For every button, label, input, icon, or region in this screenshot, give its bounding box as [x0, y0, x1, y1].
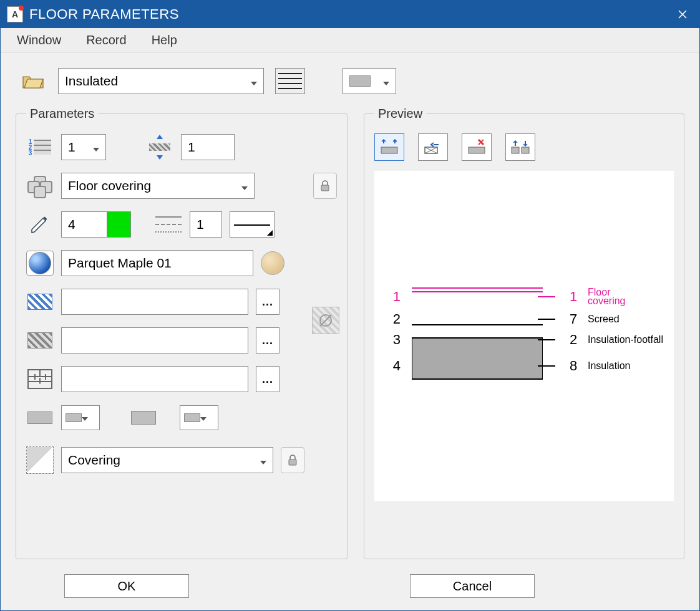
pen-color-swatch[interactable]	[107, 211, 131, 238]
layer-number-dropdown[interactable]: 1	[61, 134, 106, 160]
row-hatch-pattern: ...	[26, 327, 337, 354]
dialog-window: A FLOOR PARAMETERS Window Record Help In…	[0, 0, 700, 611]
preview-layer-right-number: 8	[564, 358, 583, 374]
preview-toolbar	[374, 133, 674, 161]
preview-canvas: 11Floorcovering27Screed32Insulation-foot…	[374, 171, 674, 501]
hatch-pattern-input[interactable]	[61, 327, 248, 354]
material-input[interactable]	[61, 250, 253, 276]
surface-mid-swatch	[131, 411, 156, 425]
linetype-swatch[interactable]	[230, 211, 275, 238]
chevron-down-icon	[383, 74, 389, 89]
hatch-pattern-icon	[26, 328, 54, 353]
preview-tool-dims[interactable]	[374, 133, 404, 161]
preview-layer-row: 27Screed	[386, 311, 668, 327]
chevron-down-icon	[241, 178, 248, 193]
menubar: Window Record Help	[1, 28, 699, 53]
hatch-area-browse-button[interactable]: ...	[256, 289, 280, 315]
row-layer-number: 123 1	[26, 133, 337, 161]
menu-record[interactable]: Record	[82, 31, 130, 50]
hatch-pattern-browse-button[interactable]: ...	[256, 327, 280, 354]
preview-layer-right-number: 1	[564, 289, 583, 305]
preview-layer-right-number: 2	[564, 332, 583, 348]
menu-window[interactable]: Window	[13, 31, 65, 50]
preset-dropdown[interactable]: Insulated	[58, 68, 264, 94]
fill-swatch-icon	[349, 75, 371, 87]
app-icon: A	[7, 6, 23, 22]
svg-rect-7	[522, 147, 529, 153]
preview-layer-dash	[538, 296, 555, 297]
parameters-panel: Parameters 123 1 Floor covering	[16, 107, 348, 559]
menu-help[interactable]: Help	[148, 31, 181, 50]
preview-layer-label: Insulation	[588, 360, 631, 372]
brick-browse-button[interactable]: ...	[256, 366, 280, 392]
row-surfaces	[26, 404, 337, 431]
chevron-down-icon	[260, 453, 266, 468]
pencil-icon	[26, 212, 54, 237]
hatch-area-input[interactable]	[61, 289, 248, 315]
svg-rect-5	[469, 147, 485, 153]
svg-rect-6	[512, 147, 519, 153]
chevron-down-icon	[200, 412, 207, 423]
close-button[interactable]	[668, 1, 697, 28]
linetype-list-icon	[155, 212, 182, 237]
preview-legend: Preview	[374, 107, 426, 121]
thickness-input[interactable]	[181, 134, 235, 160]
svg-rect-0	[321, 185, 329, 191]
preview-layer-row: 48Insulation	[386, 358, 668, 374]
layer-number-value: 1	[68, 140, 75, 155]
preview-layer-label: Insulation-footfall	[588, 334, 663, 345]
preview-layer-left-number: 4	[386, 358, 401, 374]
content-area: Parameters 123 1 Floor covering	[1, 100, 699, 568]
row-hatch-area: ...	[26, 288, 337, 315]
close-icon	[678, 10, 687, 19]
chevron-down-icon	[82, 412, 88, 423]
surface-right-dropdown[interactable]	[180, 405, 218, 430]
preview-layer-dash	[538, 339, 555, 340]
titlebar: A FLOOR PARAMETERS	[1, 1, 699, 28]
preview-tool-labels[interactable]	[418, 133, 448, 161]
pen-input[interactable]	[61, 211, 107, 238]
material-sphere-icon	[26, 251, 54, 276]
lines-icon	[278, 73, 302, 89]
line-style-swatch-button[interactable]	[275, 68, 305, 94]
lock-usage-button[interactable]	[313, 173, 337, 199]
floor-group-value: Covering	[68, 453, 120, 468]
linetype-input[interactable]	[190, 211, 222, 238]
material-preview-circle[interactable]	[261, 251, 284, 275]
preview-tool-compare[interactable]	[505, 133, 535, 161]
layer-number-icon: 123	[26, 135, 54, 160]
preview-layer-left-number: 2	[386, 311, 401, 327]
ok-button[interactable]: OK	[64, 574, 189, 598]
preview-layer-row: 11Floorcovering	[386, 288, 668, 306]
floor-group-icon	[26, 448, 54, 473]
brick-input[interactable]	[61, 366, 248, 392]
top-toolbar: Insulated	[1, 53, 699, 100]
preview-layer-dash	[538, 365, 555, 367]
fill-swatch-dropdown[interactable]	[343, 68, 396, 94]
parameters-legend: Parameters	[26, 107, 98, 121]
preview-layer-right-number: 7	[564, 311, 583, 327]
lock-icon	[287, 454, 298, 466]
preview-layer-row: 32Insulation-footfall	[386, 332, 668, 348]
folder-icon[interactable]	[19, 69, 47, 94]
brick-icon	[26, 367, 54, 392]
preview-layer-dash	[538, 319, 555, 320]
usage-value: Floor covering	[68, 178, 151, 193]
row-brick: ...	[26, 365, 337, 393]
hatch-area-icon	[26, 289, 54, 314]
row-usage: Floor covering	[26, 172, 337, 200]
preview-panel: Preview	[364, 107, 684, 559]
usage-dropdown[interactable]: Floor covering	[61, 173, 255, 199]
dialog-title: FLOOR PARAMETERS	[29, 6, 668, 22]
lock-icon	[319, 180, 331, 192]
preset-value: Insulated	[65, 74, 118, 89]
preview-layer-label: Floorcovering	[588, 288, 625, 306]
thickness-icon	[146, 135, 173, 160]
row-floor-group: Covering	[26, 446, 337, 474]
cancel-button[interactable]: Cancel	[410, 574, 535, 598]
surface-left-dropdown[interactable]	[61, 405, 100, 430]
preview-tool-hatch[interactable]	[462, 133, 492, 161]
lock-floor-group-button[interactable]	[281, 447, 304, 473]
floor-group-dropdown[interactable]: Covering	[61, 447, 273, 473]
button-row: OK Cancel	[1, 568, 699, 610]
